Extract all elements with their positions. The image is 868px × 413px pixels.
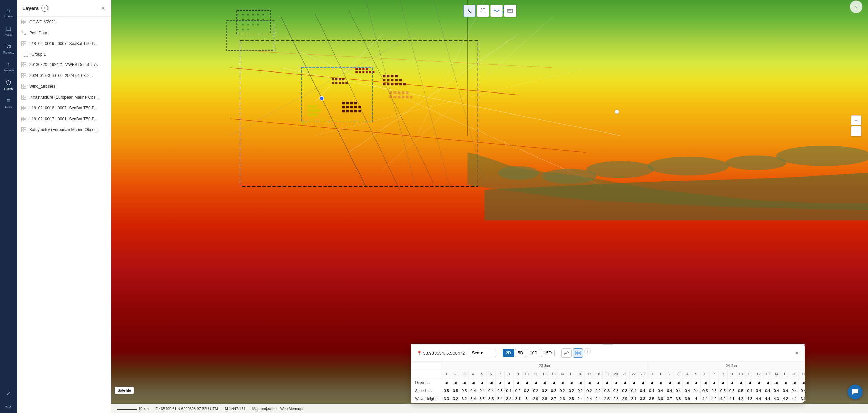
svg-rect-84 — [355, 71, 358, 73]
layer-item-l18-2[interactable]: L18_02_0016 - 0007_SeaBat T50-P... — [17, 103, 111, 113]
svg-rect-116 — [308, 109, 311, 112]
svg-rect-139 — [399, 83, 402, 85]
map-status-bar: 10 km E 465490.61 N 6029328.97 32U UTM M… — [111, 404, 868, 413]
layer-name: L18_02_0016 - 0007_SeaBat T50-P... — [29, 41, 107, 46]
sidebar-item-check[interactable]: ✓ — [0, 387, 17, 401]
svg-rect-149 — [342, 110, 345, 112]
svg-rect-23 — [21, 95, 23, 97]
svg-rect-88 — [369, 71, 371, 73]
table-view-button[interactable] — [573, 348, 583, 358]
hour-header: 23 — [638, 370, 647, 378]
layer-item-group1[interactable]: Group 1 — [17, 49, 111, 59]
satellite-toggle-button[interactable]: Satellite — [115, 387, 134, 394]
layer-item-bathy[interactable]: Bathymetry (European Marine Obser... — [17, 124, 111, 135]
hour-header: 12 — [540, 370, 549, 378]
map-toolbar: ↖ — [463, 5, 516, 17]
time-15d-button[interactable]: 15D — [541, 349, 555, 357]
wave-height-value: 3.1 — [629, 395, 638, 403]
svg-point-167 — [542, 169, 597, 184]
svg-rect-48 — [262, 14, 264, 15]
layer-item-l18-1[interactable]: L18_02_0016 - 0007_SeaBat T50-P... — [17, 38, 111, 49]
speed-value: 0.3 — [496, 387, 504, 395]
select-tool-button[interactable]: ↖ — [463, 5, 476, 17]
home-icon: ⌂ — [7, 7, 11, 14]
svg-rect-41 — [242, 14, 244, 15]
layer-item-wind[interactable]: Wind_turbines — [17, 81, 111, 92]
zoom-in-button[interactable]: + — [851, 115, 861, 125]
layer-item-infra[interactable]: Infrastructure (European Marine Obs... — [17, 92, 111, 103]
sidebar-item-maps[interactable]: ◻ Maps — [0, 21, 17, 40]
speed-value: 0.2 — [576, 387, 584, 395]
zoom-out-button[interactable]: − — [851, 126, 861, 136]
wave-height-value: 3.3 — [442, 395, 451, 403]
svg-rect-80 — [355, 68, 358, 70]
date-header-23jan: 23 Jan — [442, 362, 647, 370]
direction-value: ◀ — [612, 378, 620, 387]
sidebar-item-logs[interactable]: ≡ Logs — [0, 94, 17, 112]
svg-rect-32 — [24, 117, 26, 119]
direction-value: ◀ — [754, 378, 763, 387]
direction-value: ◀ — [683, 378, 692, 387]
time-2d-button[interactable]: 2D — [503, 349, 514, 357]
svg-rect-50 — [257, 19, 259, 20]
wave-height-value: 3.7 — [665, 395, 674, 403]
svg-rect-92 — [339, 78, 341, 80]
wave-height-value: 2.7 — [549, 395, 558, 403]
layer-item-path[interactable]: Path Data — [17, 27, 111, 38]
map-area[interactable]: N ↖ + − Satellite 10 km — [111, 0, 868, 413]
svg-rect-1 — [24, 20, 26, 22]
svg-point-172 — [615, 110, 619, 114]
hour-header: 4 — [683, 370, 692, 378]
svg-rect-122 — [315, 113, 317, 116]
wave-height-value: 3.4 — [496, 395, 504, 403]
hour-header: 1 — [442, 370, 451, 378]
svg-rect-81 — [359, 68, 361, 70]
layer-item-l18-3[interactable]: L18_02_0017 - 0001_SeaBat T50-P... — [17, 113, 111, 124]
layer-item-gowf[interactable]: GOWF_V2021 — [17, 17, 111, 27]
wave-height-value: 2.8 — [612, 395, 620, 403]
layer-name: L18_02_0017 - 0001_SeaBat T50-P... — [29, 117, 107, 121]
svg-rect-145 — [342, 106, 345, 108]
svg-rect-43 — [237, 19, 238, 20]
wave-height-value: 3.6 — [656, 395, 665, 403]
hour-header: 3 — [674, 370, 683, 378]
data-panel-close-button[interactable]: × — [795, 350, 799, 357]
ruler-tool-button[interactable] — [504, 5, 516, 17]
svg-rect-9 — [21, 44, 23, 46]
chart-view-button[interactable] — [561, 348, 572, 358]
hour-header: 18 — [594, 370, 602, 378]
sidebar-item-projects[interactable]: 🗂 Projects — [0, 40, 17, 58]
sidebar-item-uploads[interactable]: ↑ Uploads — [0, 58, 17, 76]
svg-line-69 — [366, 0, 417, 190]
sidebar-item-shares[interactable]: ⬡ Shares — [0, 76, 17, 94]
wave-tool-button[interactable] — [490, 5, 503, 17]
svg-point-166 — [498, 166, 539, 180]
box-select-tool-button[interactable] — [477, 5, 489, 17]
svg-rect-175 — [481, 9, 485, 13]
info-button[interactable]: i — [584, 348, 591, 354]
svg-line-75 — [315, 34, 383, 102]
time-5d-button[interactable]: 5D — [515, 349, 526, 357]
sidebar-item-label: Shares — [4, 87, 14, 90]
svg-rect-53 — [242, 24, 244, 25]
svg-rect-60 — [237, 10, 271, 34]
layers-add-button[interactable]: + — [41, 5, 48, 12]
direction-value: ◀ — [567, 378, 576, 387]
layer-item-datetime1[interactable]: 2024-01-03-00_00_2024-01-03-2... — [17, 70, 111, 81]
speed-value: 0.4 — [692, 387, 700, 395]
time-10d-button[interactable]: 10D — [527, 349, 540, 357]
hour-header: 10 — [736, 370, 745, 378]
sidebar-item-home[interactable]: ⌂ Home — [0, 3, 17, 21]
sea-dropdown[interactable]: Sea ▾ — [469, 349, 496, 357]
svg-rect-0 — [21, 20, 23, 22]
chat-bubble-button[interactable] — [848, 385, 863, 399]
layer-item-vwfs[interactable]: 20130320_162421_VWFS Deneb.s7k — [17, 59, 111, 70]
sidebar-item-sv[interactable]: SV — [0, 401, 17, 413]
svg-rect-2 — [21, 22, 23, 24]
svg-rect-22 — [24, 87, 26, 89]
layer-grid-icon — [21, 62, 26, 67]
layers-close-button[interactable]: ✕ — [101, 5, 105, 12]
wave-height-value: 3.2 — [451, 395, 460, 403]
hour-header: 0 — [647, 370, 656, 378]
svg-rect-47 — [257, 14, 259, 15]
